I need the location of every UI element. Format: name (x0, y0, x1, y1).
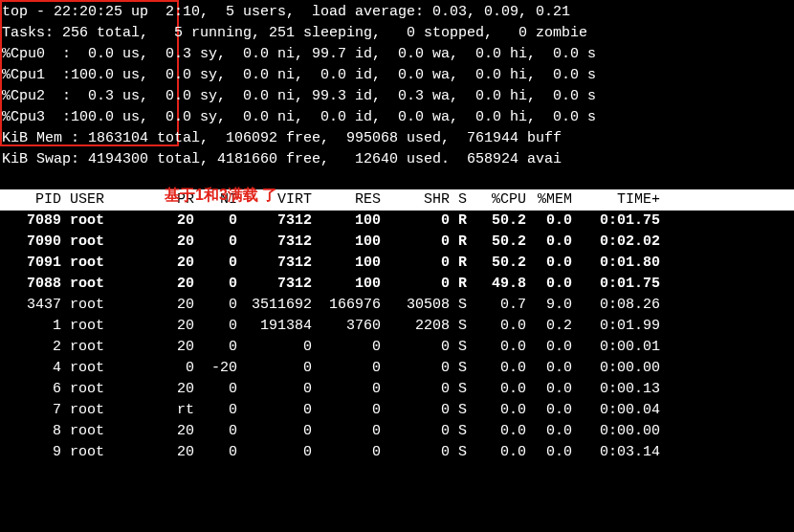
cell-time: 0:02.02 (572, 232, 660, 253)
cell-time: 0:08.26 (572, 295, 660, 316)
cell-user: root (61, 253, 113, 274)
cell-pr: 20 (113, 253, 194, 274)
col-cpu: %CPU (471, 189, 526, 211)
cell-virt: 7312 (237, 274, 312, 295)
cell-time: 0:00.04 (572, 400, 660, 421)
cell-shr: 0 (381, 232, 450, 253)
cell-shr: 0 (381, 379, 450, 400)
cell-cpu: 0.0 (471, 379, 526, 400)
cell-ni: 0 (194, 400, 237, 421)
cell-ni: 0 (194, 316, 237, 337)
cell-pid: 3437 (0, 295, 61, 316)
cell-shr: 0 (381, 421, 450, 442)
col-ni: NI (194, 189, 237, 211)
col-pr: PR (113, 189, 194, 211)
cell-pid: 7089 (0, 211, 61, 232)
cell-res: 100 (312, 211, 381, 232)
col-shr: SHR (381, 189, 450, 211)
cell-shr: 0 (381, 211, 450, 232)
cell-pr: 20 (113, 316, 194, 337)
summary-line-cpu2: %Cpu2 : 0.3 us, 0.0 sy, 0.0 ni, 99.3 id,… (2, 88, 596, 104)
cell-cpu: 50.2 (471, 253, 526, 274)
cell-user: root (61, 358, 113, 379)
cell-s: S (450, 295, 471, 316)
cell-virt: 0 (237, 379, 312, 400)
cell-mem: 0.0 (526, 400, 572, 421)
cell-virt: 0 (237, 421, 312, 442)
cell-time: 0:00.00 (572, 421, 660, 442)
cell-shr: 2208 (381, 316, 450, 337)
cell-pid: 4 (0, 358, 61, 379)
cell-time: 0:01.75 (572, 211, 660, 232)
table-row: 3437 root20 0 3511692 166976 30508 S 0.7… (0, 295, 794, 316)
cell-pad (660, 274, 794, 295)
cell-time: 0:01.75 (572, 274, 660, 295)
table-row: 6 root20 0 0 0 0 S 0.0 0.0 0:00.13 (0, 379, 794, 400)
col-user: USER (61, 189, 113, 211)
cell-cpu: 0.0 (471, 400, 526, 421)
cell-pad (660, 211, 794, 232)
cell-pad (660, 379, 794, 400)
process-table: 7089 root20 0 7312 100 0 R 50.2 0.0 0:01… (0, 211, 794, 463)
cell-shr: 30508 (381, 295, 450, 316)
cell-shr: 0 (381, 253, 450, 274)
cell-time: 0:00.13 (572, 379, 660, 400)
cell-virt: 0 (237, 358, 312, 379)
table-row: 2 root20 0 0 0 0 S 0.0 0.0 0:00.01 (0, 337, 794, 358)
summary-line-cpu1: %Cpu1 :100.0 us, 0.0 sy, 0.0 ni, 0.0 id,… (2, 67, 596, 83)
cell-shr: 0 (381, 400, 450, 421)
cell-time: 0:01.99 (572, 316, 660, 337)
cell-virt: 7312 (237, 253, 312, 274)
cell-user: root (61, 295, 113, 316)
cell-pr: 20 (113, 421, 194, 442)
cell-ni: 0 (194, 442, 237, 463)
cell-cpu: 0.0 (471, 421, 526, 442)
cell-user: root (61, 379, 113, 400)
cell-user: root (61, 421, 113, 442)
cell-s: S (450, 337, 471, 358)
cell-shr: 0 (381, 358, 450, 379)
summary-line-top: top - 22:20:25 up 2:10, 5 users, load av… (2, 4, 570, 20)
cell-cpu: 0.0 (471, 337, 526, 358)
table-row: 7089 root20 0 7312 100 0 R 50.2 0.0 0:01… (0, 211, 794, 232)
cell-pid: 7090 (0, 232, 61, 253)
cell-ni: 0 (194, 232, 237, 253)
cell-pad (660, 400, 794, 421)
cell-cpu: 0.0 (471, 316, 526, 337)
cell-pad (660, 253, 794, 274)
cell-s: S (450, 442, 471, 463)
cell-pad (660, 421, 794, 442)
cell-ni: 0 (194, 421, 237, 442)
cell-mem: 0.0 (526, 253, 572, 274)
cell-pr: 20 (113, 295, 194, 316)
cell-pad (660, 442, 794, 463)
summary-line-cpu0: %Cpu0 : 0.0 us, 0.3 sy, 0.0 ni, 99.7 id,… (2, 46, 596, 62)
cell-res: 100 (312, 253, 381, 274)
cell-user: root (61, 400, 113, 421)
cell-virt: 0 (237, 442, 312, 463)
cell-res: 100 (312, 274, 381, 295)
cell-ni: 0 (194, 295, 237, 316)
cell-mem: 0.0 (526, 442, 572, 463)
cell-shr: 0 (381, 442, 450, 463)
table-row: 7091 root20 0 7312 100 0 R 50.2 0.0 0:01… (0, 253, 794, 274)
cell-mem: 0.0 (526, 211, 572, 232)
table-row: 7090 root20 0 7312 100 0 R 50.2 0.0 0:02… (0, 232, 794, 253)
cell-res: 0 (312, 400, 381, 421)
cell-pid: 7 (0, 400, 61, 421)
cell-time: 0:00.00 (572, 358, 660, 379)
cell-pr: 20 (113, 274, 194, 295)
cell-pad (660, 358, 794, 379)
cell-res: 0 (312, 421, 381, 442)
cell-s: S (450, 358, 471, 379)
summary-line-tasks: Tasks: 256 total, 5 running, 251 sleepin… (2, 25, 587, 41)
cell-s: S (450, 400, 471, 421)
cell-pid: 8 (0, 421, 61, 442)
cell-ni: 0 (194, 274, 237, 295)
cell-cpu: 0.0 (471, 442, 526, 463)
col-pad (660, 189, 794, 211)
cell-s: S (450, 316, 471, 337)
cell-res: 166976 (312, 295, 381, 316)
terminal-window[interactable]: top - 22:20:25 up 2:10, 5 users, load av… (0, 0, 794, 463)
cell-pad (660, 295, 794, 316)
